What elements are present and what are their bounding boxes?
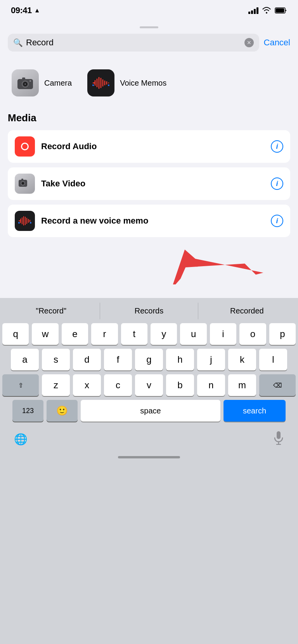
keyboard-row-2: a s d f g h j k l bbox=[2, 349, 296, 370]
microphone-icon[interactable] bbox=[273, 431, 284, 448]
record-audio-icon bbox=[15, 136, 35, 157]
status-time: 09:41 bbox=[11, 5, 32, 15]
autocomplete-item-recorded[interactable]: Recorded bbox=[198, 303, 296, 319]
key-u[interactable]: u bbox=[180, 323, 206, 345]
status-bar: 09:41 ▲ bbox=[0, 0, 298, 21]
key-q[interactable]: q bbox=[2, 323, 29, 345]
app-item-camera[interactable]: Camera bbox=[12, 69, 72, 96]
emoji-key[interactable]: 🙂 bbox=[47, 400, 78, 422]
take-video-label: Take Video bbox=[41, 179, 265, 189]
cancel-button[interactable]: Cancel bbox=[264, 38, 290, 48]
svg-rect-1 bbox=[276, 9, 284, 13]
key-i[interactable]: i bbox=[210, 323, 236, 345]
globe-icon[interactable]: 🌐 bbox=[14, 433, 28, 446]
autocomplete-row: "Record" Records Recorded bbox=[2, 303, 296, 319]
search-key[interactable]: search bbox=[224, 400, 286, 422]
camera-app-icon bbox=[12, 69, 39, 96]
take-video-icon bbox=[15, 174, 35, 194]
main-content: Camera Voice Me bbox=[0, 58, 298, 298]
arrow-annotation bbox=[8, 242, 290, 284]
key-t[interactable]: t bbox=[121, 323, 147, 345]
key-p[interactable]: p bbox=[269, 323, 296, 345]
svg-marker-37 bbox=[166, 242, 263, 284]
key-b[interactable]: b bbox=[166, 374, 194, 396]
delete-key[interactable]: ⌫ bbox=[259, 374, 296, 396]
key-m[interactable]: m bbox=[228, 374, 256, 396]
record-voice-memo-label: Record a new voice memo bbox=[41, 216, 265, 226]
key-y[interactable]: y bbox=[151, 323, 177, 345]
key-g[interactable]: g bbox=[135, 349, 163, 370]
key-c[interactable]: c bbox=[104, 374, 132, 396]
autocomplete-item-records[interactable]: Records bbox=[100, 303, 198, 319]
key-o[interactable]: o bbox=[239, 323, 266, 345]
key-w[interactable]: w bbox=[32, 323, 58, 345]
drag-handle bbox=[140, 26, 158, 28]
voice-memos-app-icon bbox=[87, 69, 114, 96]
bottom-bar: 🌐 bbox=[0, 425, 298, 451]
search-input[interactable] bbox=[26, 38, 241, 48]
svg-rect-39 bbox=[277, 431, 281, 439]
key-s[interactable]: s bbox=[42, 349, 70, 370]
space-key[interactable]: space bbox=[81, 400, 220, 422]
action-item-record-voice-memo[interactable]: Record a new voice memo i bbox=[8, 205, 290, 237]
svg-point-36 bbox=[30, 222, 31, 224]
keyboard-row-1: q w e r t y u i o p bbox=[2, 323, 296, 345]
battery-icon bbox=[275, 7, 287, 14]
app-suggestions-row: Camera Voice Me bbox=[8, 65, 290, 108]
key-v[interactable]: v bbox=[135, 374, 163, 396]
record-audio-info-button[interactable]: i bbox=[271, 140, 283, 153]
camera-app-name: Camera bbox=[44, 79, 72, 88]
key-k[interactable]: k bbox=[228, 349, 256, 370]
autocomplete-item-quoted[interactable]: "Record" bbox=[2, 303, 100, 319]
svg-point-35 bbox=[18, 222, 20, 224]
status-icons bbox=[248, 7, 287, 14]
location-icon: ▲ bbox=[34, 7, 40, 14]
signal-icon bbox=[248, 7, 258, 14]
svg-point-21 bbox=[22, 144, 28, 149]
action-item-take-video[interactable]: Take Video i bbox=[8, 167, 290, 200]
record-voice-memo-icon bbox=[15, 211, 35, 231]
svg-rect-6 bbox=[22, 77, 25, 79]
key-j[interactable]: j bbox=[197, 349, 225, 370]
key-h[interactable]: h bbox=[166, 349, 194, 370]
svg-rect-26 bbox=[21, 179, 23, 180]
svg-point-19 bbox=[108, 84, 109, 86]
keyboard-area: "Record" Records Recorded q w e r t y u … bbox=[0, 298, 298, 422]
search-area: 🔍 ✕ Cancel bbox=[0, 21, 298, 58]
key-x[interactable]: x bbox=[73, 374, 101, 396]
key-a[interactable]: a bbox=[11, 349, 39, 370]
key-z[interactable]: z bbox=[42, 374, 70, 396]
take-video-info-button[interactable]: i bbox=[271, 177, 283, 190]
home-bar bbox=[118, 456, 180, 458]
home-indicator bbox=[0, 451, 298, 465]
numbers-key[interactable]: 123 bbox=[12, 400, 43, 422]
record-audio-label: Record Audio bbox=[41, 141, 265, 152]
section-header: Media bbox=[8, 112, 290, 124]
svg-point-7 bbox=[29, 80, 31, 82]
key-n[interactable]: n bbox=[197, 374, 225, 396]
action-item-record-audio[interactable]: Record Audio i bbox=[8, 130, 290, 163]
svg-point-18 bbox=[92, 84, 94, 86]
key-d[interactable]: d bbox=[73, 349, 101, 370]
search-input-wrapper[interactable]: 🔍 ✕ bbox=[8, 34, 259, 52]
svg-point-25 bbox=[22, 183, 24, 184]
keyboard-row-4: 123 🙂 space search bbox=[2, 400, 296, 422]
record-voice-memo-info-button[interactable]: i bbox=[271, 215, 283, 227]
key-f[interactable]: f bbox=[104, 349, 132, 370]
search-bar-row: 🔍 ✕ Cancel bbox=[8, 34, 290, 52]
key-e[interactable]: e bbox=[62, 323, 88, 345]
app-item-voice-memos[interactable]: Voice Memos bbox=[87, 69, 166, 96]
clear-button[interactable]: ✕ bbox=[244, 38, 254, 47]
voice-memos-app-name: Voice Memos bbox=[120, 79, 166, 88]
keyboard-row-3: ⇧ z x c v b n m ⌫ bbox=[2, 374, 296, 396]
search-icon: 🔍 bbox=[13, 38, 23, 47]
key-r[interactable]: r bbox=[91, 323, 118, 345]
wifi-icon bbox=[262, 7, 272, 14]
red-arrow-svg bbox=[166, 242, 267, 284]
key-l[interactable]: l bbox=[259, 349, 287, 370]
shift-key[interactable]: ⇧ bbox=[2, 374, 39, 396]
svg-point-8 bbox=[24, 83, 26, 85]
